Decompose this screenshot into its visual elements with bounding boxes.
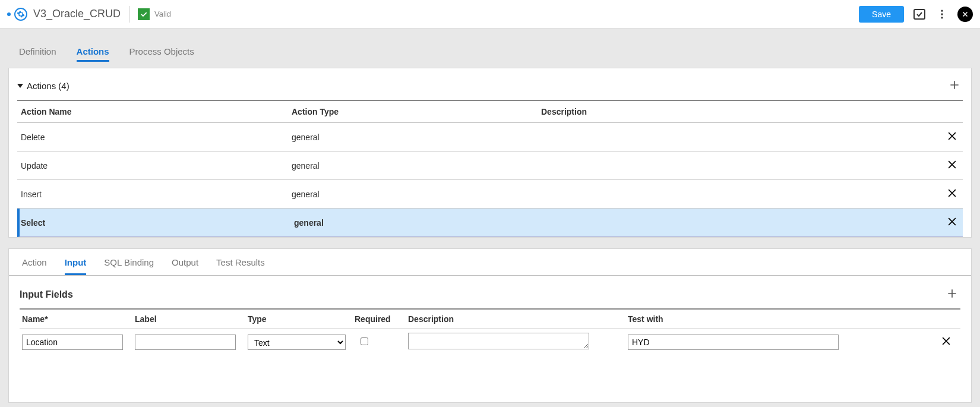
col-if-name: Name* xyxy=(22,314,135,324)
col-if-label: Label xyxy=(135,314,248,324)
subtab-sql-binding[interactable]: SQL Binding xyxy=(104,257,154,275)
more-menu-icon[interactable] xyxy=(935,7,949,21)
if-required-checkbox[interactable] xyxy=(361,337,368,345)
page-title: V3_Oracle_CRUD xyxy=(33,8,121,20)
svg-point-3 xyxy=(941,17,943,18)
subtab-output[interactable]: Output xyxy=(172,257,198,275)
actions-table-header: Action Name Action Type Description xyxy=(17,101,963,123)
main-tabs: Definition Actions Process Objects xyxy=(8,46,972,68)
actions-section-header: Actions (4) xyxy=(17,74,963,100)
col-if-desc: Description xyxy=(408,314,628,324)
add-input-field-icon[interactable] xyxy=(944,285,960,304)
action-row[interactable]: Update general xyxy=(17,152,963,180)
tab-definition[interactable]: Definition xyxy=(19,46,56,62)
action-type-cell: general xyxy=(292,132,541,142)
subtab-test-results[interactable]: Test Results xyxy=(216,257,265,275)
col-if-test: Test with xyxy=(628,314,848,324)
action-type-cell: general xyxy=(292,190,541,199)
col-action-name: Action Name xyxy=(18,107,292,116)
delete-row-icon[interactable] xyxy=(938,187,962,201)
gear-icon xyxy=(14,8,27,21)
action-row[interactable]: Insert general xyxy=(17,180,963,209)
topbar-actions: Save xyxy=(859,6,973,23)
action-row-selected[interactable]: Select general xyxy=(17,209,963,237)
action-name-cell: Delete xyxy=(18,132,292,142)
tab-actions[interactable]: Actions xyxy=(77,46,109,62)
caret-down-icon[interactable] xyxy=(17,84,23,88)
valid-status-text: Valid xyxy=(154,10,171,18)
delete-row-icon[interactable] xyxy=(938,216,962,229)
action-name-cell: Insert xyxy=(18,190,292,199)
action-name-cell: Update xyxy=(18,161,292,171)
input-field-row: Text xyxy=(20,329,960,355)
if-test-input[interactable] xyxy=(628,335,839,350)
actions-table: Action Name Action Type Description Dele… xyxy=(17,100,963,237)
action-row[interactable]: Delete general xyxy=(17,123,963,152)
subtab-input[interactable]: Input xyxy=(65,257,87,275)
add-action-icon[interactable] xyxy=(946,77,963,95)
col-action-type: Action Type xyxy=(292,107,541,116)
validate-icon[interactable] xyxy=(912,7,927,21)
subtab-action[interactable]: Action xyxy=(22,257,47,275)
actions-panel: Actions (4) Action Name Action Type Desc… xyxy=(8,68,972,238)
close-icon[interactable] xyxy=(957,7,973,22)
if-type-select[interactable]: Text xyxy=(248,335,346,350)
divider xyxy=(129,6,129,23)
action-type-cell: general xyxy=(294,218,543,228)
if-name-input[interactable] xyxy=(22,335,123,350)
sub-tabs: Action Input SQL Binding Output Test Res… xyxy=(9,249,971,276)
input-fields-title: Input Fields xyxy=(20,289,73,300)
action-type-cell: general xyxy=(292,161,541,171)
if-desc-textarea[interactable] xyxy=(408,333,589,349)
svg-rect-0 xyxy=(914,10,925,19)
actions-section-title: Actions (4) xyxy=(27,81,69,91)
if-label-input[interactable] xyxy=(135,335,236,350)
tab-process-objects[interactable]: Process Objects xyxy=(129,46,194,62)
content-wrap: Definition Actions Process Objects Actio… xyxy=(0,29,980,403)
delete-row-icon[interactable] xyxy=(938,130,962,144)
top-bar: V3_Oracle_CRUD Valid Save xyxy=(0,0,980,29)
save-button[interactable]: Save xyxy=(859,6,904,23)
col-action-desc: Description xyxy=(541,107,938,116)
input-fields-table: Name* Label Type Required Description Te… xyxy=(20,308,960,355)
action-name-cell: Select xyxy=(21,218,294,228)
col-if-required: Required xyxy=(355,314,408,324)
input-fields-header: Input Fields xyxy=(20,285,960,304)
svg-point-2 xyxy=(941,13,943,15)
col-if-type: Type xyxy=(248,314,355,324)
input-fields-table-header: Name* Label Type Required Description Te… xyxy=(20,310,960,329)
svg-point-1 xyxy=(941,10,943,11)
delete-row-icon[interactable] xyxy=(938,159,962,172)
action-detail-panel: Action Input SQL Binding Output Test Res… xyxy=(8,248,972,403)
unsaved-indicator-dot xyxy=(7,12,11,16)
valid-check-icon xyxy=(138,8,150,20)
delete-input-field-icon[interactable] xyxy=(848,335,958,349)
